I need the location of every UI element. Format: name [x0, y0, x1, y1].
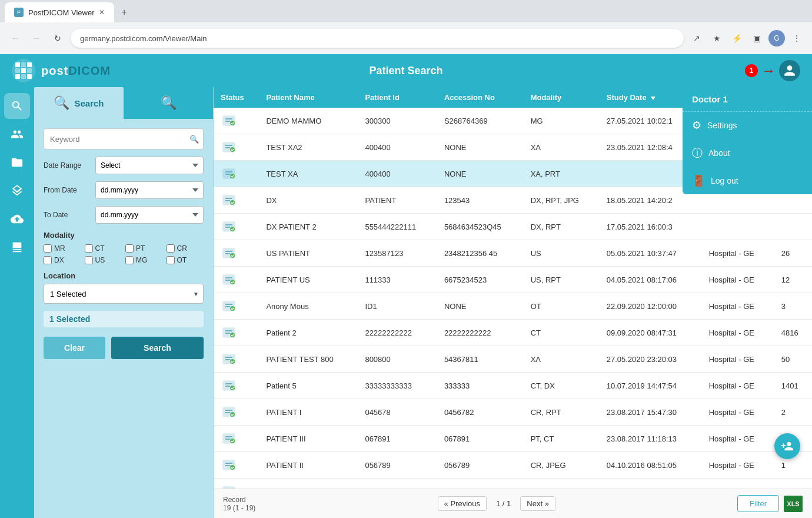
svg-point-39 — [230, 359, 235, 364]
user-avatar-button[interactable] — [779, 60, 800, 81]
dropdown-settings-item[interactable]: ⚙ Settings — [683, 112, 812, 139]
logo-text: postDICOM — [41, 64, 111, 78]
table-row[interactable]: Patient 5 33333333333 333333 CT, DX 10.0… — [214, 373, 812, 399]
cell-accession-no: 0456782 — [437, 399, 524, 426]
dropdown-logout-item[interactable]: 🚪 Log out — [683, 167, 812, 194]
col-patient-id[interactable]: Patient Id — [358, 87, 437, 108]
cell-accession-no: NONE — [437, 134, 524, 161]
location-section: Location 1 Selected ▼ — [44, 271, 204, 304]
status-icon — [221, 298, 237, 314]
tab-close-button[interactable]: ✕ — [99, 8, 105, 16]
table-row[interactable]: US PATIENT 123587123 2348212356 45 US 05… — [214, 240, 812, 267]
worklist-tab-icon: 🔍 — [161, 95, 177, 111]
cell-status — [214, 187, 259, 214]
logo-icon — [12, 59, 35, 82]
reload-button[interactable]: ↻ — [49, 30, 66, 47]
col-status[interactable]: Status — [214, 87, 259, 108]
modality-title: Modality — [44, 231, 204, 240]
modality-ct: CT — [85, 244, 122, 253]
keyword-input[interactable] — [44, 128, 204, 150]
modality-mg: MG — [125, 256, 163, 264]
col-patient-name[interactable]: Patient Name — [259, 87, 358, 108]
cell-count: 50 — [774, 346, 812, 373]
modality-us-checkbox[interactable] — [85, 256, 93, 264]
col-modality[interactable]: Modality — [524, 87, 600, 108]
cell-count — [774, 214, 812, 240]
keyword-search-icon: 🔍 — [189, 135, 199, 144]
location-select[interactable]: 1 Selected — [44, 284, 204, 304]
modality-ct-checkbox[interactable] — [85, 244, 93, 253]
modality-mr-checkbox[interactable] — [44, 244, 52, 253]
table-row[interactable]: PATIENT II 056789 056789 CR, JPEG 04.10.… — [214, 452, 812, 479]
from-date-label: From Date — [44, 186, 91, 194]
sidebar-item-users[interactable] — [4, 121, 30, 147]
table-row[interactable]: DX PATIENT 2 555444222111 5684634523Q45 … — [214, 214, 812, 240]
browser-tab[interactable]: P PostDICOM Viewer ✕ — [5, 2, 114, 22]
new-tab-button[interactable]: + — [114, 2, 134, 22]
bookmark-icon[interactable]: ★ — [708, 30, 725, 47]
status-icon — [221, 351, 237, 367]
logo-cell — [27, 74, 32, 79]
table-row[interactable]: ANON PATIENT 200200 120867292 MR 08.10.2… — [214, 479, 812, 489]
table-row[interactable]: PATIENT I 045678 0456782 CR, RPT 23.08.2… — [214, 399, 812, 426]
back-button[interactable]: ← — [7, 30, 24, 47]
more-options-icon[interactable]: ⋮ — [788, 30, 805, 47]
dropdown-user-name: Doctor 1 — [683, 87, 812, 112]
from-date-select[interactable]: dd.mm.yyyy — [95, 181, 204, 199]
sidebar-item-folder[interactable] — [4, 150, 30, 175]
col-accession-no[interactable]: Accession No — [437, 87, 524, 108]
share-icon[interactable]: ↗ — [688, 30, 705, 47]
cell-count: 12 — [774, 267, 812, 293]
cell-study-date: 05.05.2021 10:37:47 — [600, 240, 702, 267]
from-date-row: From Date dd.mm.yyyy — [44, 181, 204, 199]
cell-study-date: 17.05.2021 16:00:3 — [600, 214, 702, 240]
modality-pt-checkbox[interactable] — [125, 244, 134, 253]
profile-icon[interactable]: G — [768, 30, 785, 47]
table-row[interactable]: Patient 2 22222222222 22222222222 CT 09.… — [214, 320, 812, 346]
search-tab[interactable]: 🔍 Search — [34, 87, 124, 119]
svg-point-19 — [230, 227, 235, 231]
modality-ot-checkbox[interactable] — [167, 256, 175, 264]
table-row[interactable]: PATIENT US 111333 6675234523 US, RPT 04.… — [214, 267, 812, 293]
keyword-input-wrap: 🔍 — [44, 128, 204, 150]
clear-button[interactable]: Clear — [44, 337, 105, 359]
cell-patient-id: 22222222222 — [358, 320, 437, 346]
sidebar-item-search[interactable] — [4, 93, 30, 119]
add-user-floating-button[interactable] — [774, 433, 800, 459]
cell-modality: MG — [524, 108, 600, 134]
modality-mg-checkbox[interactable] — [125, 256, 134, 264]
dropdown-about-item[interactable]: ⓘ About — [683, 139, 812, 167]
modality-cr-checkbox[interactable] — [167, 244, 175, 253]
table-row[interactable]: PATIENT III 067891 067891 PT, CT 23.08.2… — [214, 426, 812, 452]
prev-page-button[interactable]: « Previous — [438, 496, 487, 511]
split-screen-icon[interactable]: ▣ — [748, 30, 765, 47]
cell-status — [214, 426, 259, 452]
browser-chrome: P PostDICOM Viewer ✕ + ← → ↻ germany.pos… — [0, 0, 812, 54]
table-footer: Record 19 (1 - 19) « Previous 1 / 1 Next… — [214, 489, 812, 518]
address-bar[interactable]: germany.postdicom.com/Viewer/Main — [71, 29, 684, 48]
table-row[interactable]: Anony Mous ID1 NONE OT 22.09.2020 12:00:… — [214, 293, 812, 320]
cell-accession-no: 067891 — [437, 426, 524, 452]
modality-dx-checkbox[interactable] — [44, 256, 52, 264]
cell-patient-id: 33333333333 — [358, 373, 437, 399]
excel-export-button[interactable]: XLS — [784, 496, 803, 512]
sidebar-item-layers[interactable] — [4, 178, 30, 204]
to-date-select[interactable]: dd.mm.yyyy — [95, 206, 204, 224]
search-button[interactable]: Search — [111, 337, 204, 359]
date-range-select[interactable]: Select Today This Week — [95, 157, 204, 174]
cell-count: 26 — [774, 240, 812, 267]
filter-button[interactable]: Filter — [737, 495, 779, 512]
sidebar-item-upload[interactable] — [4, 206, 30, 232]
status-icon — [221, 377, 237, 394]
modality-mr-label: MR — [54, 244, 65, 253]
cell-accession-no: NONE — [437, 161, 524, 187]
forward-button[interactable]: → — [28, 30, 45, 47]
table-row[interactable]: PATIENT TEST 800 800800 54367811 XA 27.0… — [214, 346, 812, 373]
toolbar-actions: ↗ ★ ⚡ ▣ G ⋮ — [688, 30, 805, 47]
next-page-button[interactable]: Next » — [520, 496, 555, 511]
extension-icon[interactable]: ⚡ — [728, 30, 745, 47]
sidebar-item-monitor[interactable] — [4, 234, 30, 260]
cell-modality: CR, JPEG — [524, 452, 600, 479]
worklist-tab[interactable]: 🔍 — [124, 87, 213, 119]
cell-patient-name: PATIENT II — [259, 452, 358, 479]
